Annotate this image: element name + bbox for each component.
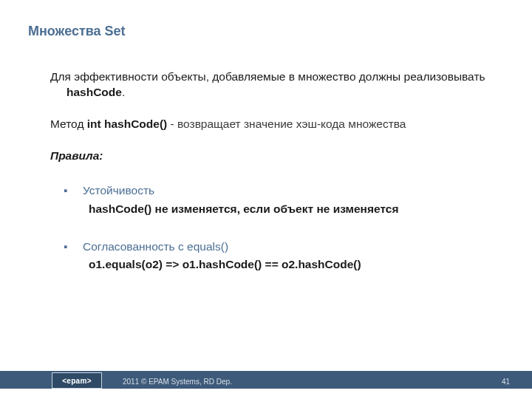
bullet-title: Согласованность с equals() <box>83 239 495 255</box>
bullet-desc: o1.equals(o2) => o1.hashCode() == o2.has… <box>89 257 495 273</box>
list-item: Согласованность с equals() o1.equals(o2)… <box>64 239 495 273</box>
text: - возвращает значение хэш-кода множества <box>167 117 406 130</box>
text: Метод <box>50 117 87 130</box>
logo-text: epam <box>66 377 86 385</box>
text-bold: hashCode <box>66 86 122 98</box>
list-item: Устойчивость hashCode() не изменяется, е… <box>64 183 495 217</box>
footer-copyright: 2011 © EPAM Systems, RD Dep. <box>123 378 232 386</box>
slide: Множества Set Для эффективности объекты,… <box>0 0 532 399</box>
page-number: 41 <box>502 378 510 386</box>
slide-body: Для эффективности объекты, добавляемые в… <box>50 69 495 295</box>
text: . <box>122 86 125 98</box>
slide-title: Множества Set <box>28 24 126 39</box>
text-bold: int hashCode() <box>87 117 168 130</box>
paragraph-efficiency: Для эффективности объекты, добавляемые в… <box>50 69 495 100</box>
bullet-title: Устойчивость <box>83 183 495 199</box>
rules-heading: Правила: <box>50 149 495 164</box>
bullet-list: Устойчивость hashCode() не изменяется, е… <box>64 183 495 273</box>
epam-logo: epam <box>52 372 102 389</box>
paragraph-method: Метод int hashCode() - возвращает значен… <box>50 117 495 132</box>
bullet-desc: hashCode() не изменяется, если объект не… <box>89 202 495 217</box>
text: Для эффективности объекты, добавляемые в… <box>50 70 485 83</box>
